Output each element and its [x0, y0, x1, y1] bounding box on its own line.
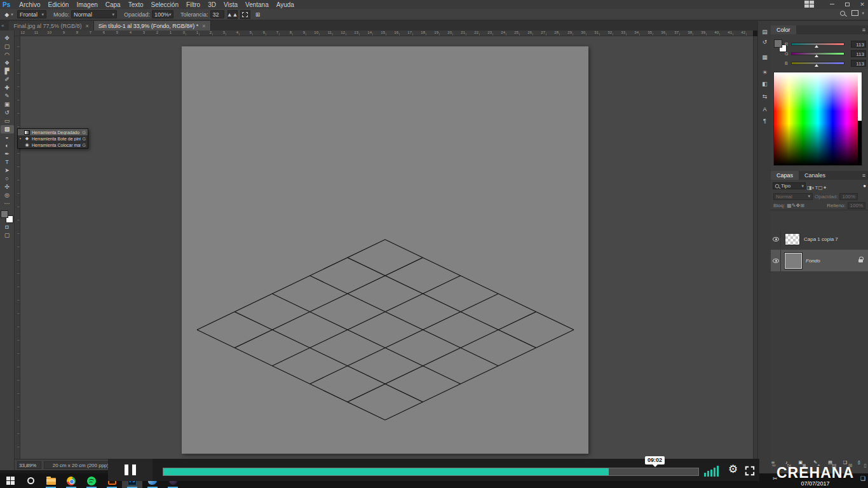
slider-thumb[interactable] — [815, 64, 818, 67]
panel-menu-icon[interactable]: ≡ — [862, 172, 865, 179]
fullscreen-icon[interactable] — [745, 466, 755, 478]
grayscale-ramp[interactable] — [858, 72, 862, 165]
dodge-tool[interactable]: ◐ — [1, 142, 14, 150]
minimize-icon[interactable] — [827, 1, 836, 8]
restore-icon[interactable] — [843, 1, 851, 8]
info-panel-icon[interactable]: ▤ — [758, 29, 771, 35]
menu-ayuda[interactable]: Ayuda — [273, 1, 298, 8]
volume-icon[interactable] — [704, 466, 723, 477]
move-tool[interactable]: ✥ — [1, 34, 14, 43]
histogram-panel-icon[interactable]: ▦ — [758, 54, 771, 60]
all-layers-icon[interactable]: ⊞ — [253, 10, 263, 19]
close-icon[interactable]: ✕ — [858, 1, 867, 8]
styles-panel-icon[interactable]: ◧ — [758, 81, 771, 87]
zoom-level-field[interactable]: 33,89% — [17, 461, 41, 469]
menu-edición[interactable]: Edición — [44, 1, 73, 8]
channel-value[interactable]: 113 — [851, 41, 866, 48]
search-icon[interactable] — [840, 11, 845, 16]
character-panel-icon[interactable]: A — [758, 106, 771, 112]
workspace-switcher-icon[interactable] — [804, 1, 815, 8]
adjustments-panel-icon[interactable]: ☀ — [758, 69, 771, 76]
menu-imagen[interactable]: Imagen — [72, 1, 101, 8]
slider-thumb[interactable] — [815, 45, 818, 48]
quick-selection-tool[interactable]: ❖ — [1, 59, 14, 67]
modo-select[interactable]: Normal▾ — [71, 10, 117, 18]
history-panel-icon[interactable]: ↺ — [758, 39, 771, 45]
layer-thumbnail[interactable] — [785, 253, 802, 269]
tab-capas[interactable]: Capas — [771, 171, 799, 180]
layer-row[interactable]: Capa 1 copia 7 — [771, 231, 868, 247]
screen-mode[interactable]: ▢ — [1, 231, 14, 240]
menu-selección[interactable]: Selección — [147, 1, 182, 8]
vertical-scrollbar[interactable] — [753, 36, 757, 459]
hand-tool[interactable]: ✣ — [1, 183, 14, 191]
edit-toolbar[interactable]: ⋯ — [1, 200, 14, 208]
gradient-tool[interactable]: ▧ — [1, 125, 14, 133]
menu-3d[interactable]: 3D — [204, 1, 220, 8]
history-brush-tool[interactable]: ↺ — [1, 109, 14, 117]
path-selection-tool[interactable]: ➤ — [1, 166, 14, 175]
flyout-item[interactable]: ◉ Herramienta Colocar material 3D G — [18, 142, 88, 148]
cortana-button[interactable] — [20, 473, 41, 488]
type-tool[interactable]: T — [1, 158, 14, 166]
menu-texto[interactable]: Texto — [125, 1, 147, 8]
crop-tool[interactable]: ▛ — [1, 67, 14, 76]
clone-stamp-tool[interactable]: ▣ — [1, 100, 14, 109]
filter-pixel-layers-icon[interactable]: ◨ — [807, 185, 812, 191]
filter-shape-layers-icon[interactable]: ▢ — [818, 185, 823, 191]
blend-mode-select[interactable]: Normal▾ — [773, 193, 813, 200]
color-swatches[interactable] — [1, 210, 13, 223]
marquee-tool[interactable]: ▢ — [1, 43, 14, 51]
eyedropper-tool[interactable]: ✐ — [1, 76, 14, 84]
layer-visibility-toggle[interactable] — [771, 231, 781, 247]
foreground-color-swatch[interactable] — [1, 210, 8, 218]
tab-close-icon[interactable]: × — [86, 23, 89, 29]
layers-opacidad-value[interactable]: 100% — [839, 193, 857, 200]
opacidad-select[interactable]: 100%▾ — [152, 10, 173, 18]
filter-type-select[interactable]: Tipo ▾ — [773, 182, 806, 189]
filter-toggle-icon[interactable]: ● — [863, 183, 866, 189]
eraser-tool[interactable]: ▭ — [1, 117, 14, 125]
color-spectrum[interactable] — [773, 72, 862, 166]
settings-gear-icon[interactable]: ⚙ — [728, 463, 738, 476]
menu-vista[interactable]: Vista — [220, 1, 241, 8]
slider-thumb[interactable] — [815, 55, 818, 57]
blur-tool[interactable]: ◒ — [1, 133, 14, 142]
collapse-panels-icon[interactable]: « — [0, 23, 9, 30]
canvas-document[interactable] — [182, 46, 588, 454]
screen-mode-select[interactable]: ▾ — [851, 10, 864, 16]
filter-smart-objects-icon[interactable]: ✦ — [823, 185, 827, 191]
shape-tool[interactable]: ○ — [1, 175, 14, 183]
contiguous-icon[interactable] — [240, 10, 250, 19]
lock-transparency-icon[interactable]: ▦ — [787, 203, 792, 208]
current-tool-icon[interactable]: ◆▾ — [4, 10, 14, 19]
menu-filtro[interactable]: Filtro — [182, 1, 204, 8]
channel-value[interactable]: 113 — [851, 60, 866, 67]
brush-tool[interactable]: ✎ — [1, 92, 14, 100]
pen-tool[interactable]: ✒ — [1, 150, 14, 158]
paragraph-panel-icon[interactable]: ¶ — [758, 118, 771, 124]
layer-visibility-toggle[interactable] — [771, 250, 781, 271]
tab-close-icon[interactable]: × — [202, 23, 205, 29]
healing-brush-tool[interactable]: ✚ — [1, 84, 14, 92]
layer-thumbnail[interactable] — [785, 233, 800, 245]
layer-row[interactable]: Fondo — [771, 250, 868, 271]
lock-all-icon[interactable]: ⊞ — [800, 203, 804, 208]
tool-preset-select[interactable]: Frontal▾ — [17, 10, 46, 18]
panel-menu-icon[interactable]: ≡ — [862, 27, 865, 33]
properties-panel-icon[interactable]: ⇆ — [758, 93, 771, 100]
tab-sin-titulo[interactable]: Sin título-1 al 33,9% (Fondo, RGB/8#) * … — [94, 21, 211, 30]
menu-archivo[interactable]: Archivo — [15, 1, 44, 8]
relleno-value[interactable]: 100% — [848, 202, 865, 209]
flyout-item[interactable]: •◆ Herramienta Bote de pintura G — [18, 135, 88, 142]
channel-value[interactable]: 113 — [851, 50, 866, 57]
start-button[interactable] — [0, 473, 20, 488]
menu-ventana[interactable]: Ventana — [241, 1, 273, 8]
quick-mask-mode[interactable]: ◘ — [1, 223, 14, 231]
chrome-icon[interactable] — [61, 473, 81, 488]
tab-color[interactable]: Color — [771, 25, 796, 34]
tab-final-jpg[interactable]: Final.jpg al 77,5% (RGB/8) × — [9, 21, 93, 30]
pause-button[interactable] — [108, 459, 153, 481]
file-explorer-icon[interactable] — [41, 473, 61, 488]
tolerancia-input[interactable]: 32 — [210, 10, 224, 18]
